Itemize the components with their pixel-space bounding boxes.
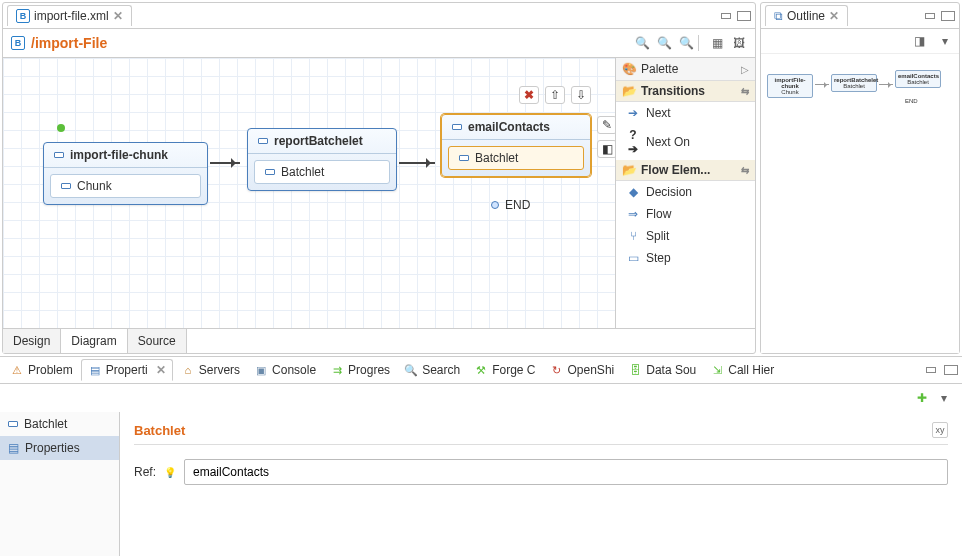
- node-child-chunk[interactable]: Chunk: [50, 174, 201, 198]
- export-icon[interactable]: 🖼: [731, 35, 747, 51]
- layout-icon[interactable]: ▦: [709, 35, 725, 51]
- folder-icon: 📂: [622, 84, 637, 98]
- close-icon[interactable]: ✕: [156, 363, 166, 377]
- breadcrumb-bar: B /import-File 🔍 🔍 🔍 ▦ 🖼: [3, 29, 755, 58]
- breadcrumb[interactable]: /import-File: [31, 35, 107, 51]
- edit-icon[interactable]: ✎: [597, 116, 615, 134]
- node-side-toolbar: ✎ ◧: [597, 116, 615, 158]
- xml-view-icon[interactable]: xy: [932, 422, 948, 438]
- outline-mode-icon[interactable]: ◨: [911, 33, 927, 49]
- chevron-right-icon[interactable]: ▷: [741, 64, 749, 75]
- lightbulb-icon[interactable]: 💡: [164, 467, 176, 478]
- palette-item-flow[interactable]: ⇒ Flow: [616, 203, 755, 225]
- servers-icon: ⌂: [181, 363, 195, 377]
- node-float-toolbar: ✖ ⇧ ⇩: [519, 86, 591, 104]
- view-tab-search[interactable]: 🔍 Search: [398, 360, 466, 380]
- diagram-canvas[interactable]: import-file-chunk Chunk reportBatchelet: [3, 58, 615, 328]
- tab-source[interactable]: Source: [128, 329, 187, 353]
- flow-icon: ⇒: [626, 207, 640, 221]
- properties-icon: ▤: [8, 441, 19, 455]
- outline-node[interactable]: emailContacts Batchlet: [895, 70, 941, 88]
- maximize-icon[interactable]: [944, 365, 958, 375]
- delete-icon[interactable]: ✖: [519, 86, 539, 104]
- sidebar-item-properties[interactable]: ▤ Properties: [0, 436, 119, 460]
- palette-item-next[interactable]: ➔ Next: [616, 102, 755, 124]
- port-icon: [452, 124, 462, 130]
- palette-item-decision[interactable]: ◆ Decision: [616, 181, 755, 203]
- port-icon: [459, 155, 469, 161]
- sidebar-item-batchlet[interactable]: Batchlet: [0, 412, 119, 436]
- zoom-fit-icon[interactable]: 🔍: [678, 35, 694, 51]
- outline-tabbar: ⧉ Outline ✕: [761, 3, 959, 29]
- node-email-contacts[interactable]: emailContacts Batchlet: [441, 114, 591, 177]
- collapse-icon[interactable]: ⇆: [741, 86, 749, 97]
- palette-group-flow-elements[interactable]: 📂 Flow Elem... ⇆: [616, 160, 755, 181]
- palette-header[interactable]: 🎨 Palette ▷: [616, 58, 755, 81]
- palette-item-step[interactable]: ▭ Step: [616, 247, 755, 269]
- arrow-connector[interactable]: [399, 162, 435, 164]
- node-title: import-file-chunk: [44, 143, 207, 168]
- palette-item-next-on[interactable]: ?➔ Next On: [616, 124, 755, 160]
- port-icon: [54, 152, 64, 158]
- view-tab-datasource[interactable]: 🗄 Data Sou: [622, 360, 702, 380]
- view-tab-servers[interactable]: ⌂ Servers: [175, 360, 246, 380]
- editor-tabbar: B import-file.xml ✕: [3, 3, 755, 29]
- new-property-icon[interactable]: ✚: [914, 390, 930, 406]
- properties-body: Batchlet ▤ Properties Batchlet xy Ref: 💡: [0, 412, 962, 556]
- zoom-in-icon[interactable]: 🔍: [634, 35, 650, 51]
- console-icon: ▣: [254, 363, 268, 377]
- tab-diagram[interactable]: Diagram: [61, 329, 127, 353]
- properties-sidebar: Batchlet ▤ Properties: [0, 412, 120, 556]
- chevron-down-icon[interactable]: ▾: [937, 33, 953, 49]
- split-icon: ⑂: [626, 229, 640, 243]
- view-tab-properties[interactable]: ▤ Properti ✕: [81, 359, 173, 381]
- step-icon: ▭: [626, 251, 640, 265]
- outline-node[interactable]: importFile-chunk Chunk: [767, 74, 813, 98]
- progress-icon: ⇉: [330, 363, 344, 377]
- outline-canvas[interactable]: importFile-chunk Chunk reportBatchelet B…: [761, 54, 959, 353]
- port-icon: [258, 138, 268, 144]
- minimize-icon[interactable]: [926, 367, 936, 373]
- chevron-down-icon[interactable]: ▾: [936, 390, 952, 406]
- collapse-icon[interactable]: ⇆: [741, 165, 749, 176]
- folder-icon: 📂: [622, 163, 637, 177]
- view-tab-problems[interactable]: ⚠ Problem: [4, 360, 79, 380]
- ref-input[interactable]: [184, 459, 948, 485]
- diamond-icon: ◆: [626, 185, 640, 199]
- close-icon[interactable]: ✕: [829, 9, 839, 23]
- maximize-icon[interactable]: [737, 11, 751, 21]
- palette-item-split[interactable]: ⑂ Split: [616, 225, 755, 247]
- editor-tab-import-file[interactable]: B import-file.xml ✕: [7, 5, 132, 26]
- move-down-icon[interactable]: ⇩: [571, 86, 591, 104]
- bottom-panel: ⚠ Problem ▤ Properti ✕ ⌂ Servers ▣ Conso…: [0, 356, 962, 556]
- view-tab-callhierarchy[interactable]: ⇲ Call Hier: [704, 360, 780, 380]
- node-import-file-chunk[interactable]: import-file-chunk Chunk: [43, 142, 208, 205]
- view-tab-console[interactable]: ▣ Console: [248, 360, 322, 380]
- node-child-batchlet[interactable]: Batchlet: [254, 160, 390, 184]
- outline-node[interactable]: reportBatchelet Batchlet: [831, 74, 877, 92]
- minimize-icon[interactable]: [721, 13, 731, 19]
- node-title: emailContacts: [442, 115, 590, 140]
- outline-end: END: [905, 98, 918, 104]
- move-up-icon[interactable]: ⇧: [545, 86, 565, 104]
- palette-icon: 🎨: [622, 62, 637, 76]
- editor-mode-tabs: Design Diagram Source: [3, 328, 755, 353]
- port-icon: [265, 169, 275, 175]
- node-report-batchelet[interactable]: reportBatchelet Batchlet: [247, 128, 397, 191]
- close-icon[interactable]: ✕: [113, 9, 123, 23]
- palette-group-transitions[interactable]: 📂 Transitions ⇆: [616, 81, 755, 102]
- minimize-icon[interactable]: [925, 13, 935, 19]
- highlight-icon[interactable]: ◧: [597, 140, 615, 158]
- view-tab-openshift[interactable]: ↻ OpenShi: [544, 360, 621, 380]
- tab-design[interactable]: Design: [3, 329, 61, 353]
- zoom-out-icon[interactable]: 🔍: [656, 35, 672, 51]
- arrow-connector[interactable]: [210, 162, 240, 164]
- view-tab-forge[interactable]: ⚒ Forge C: [468, 360, 541, 380]
- view-tab-progress[interactable]: ⇉ Progres: [324, 360, 396, 380]
- maximize-icon[interactable]: [941, 11, 955, 21]
- properties-title: Batchlet: [134, 423, 185, 438]
- outline-pane: ⧉ Outline ✕ ◨ ▾ importFile-chunk Chunk: [760, 2, 960, 354]
- node-child-batchlet-selected[interactable]: Batchlet: [448, 146, 584, 170]
- forge-icon: ⚒: [474, 363, 488, 377]
- outline-tab[interactable]: ⧉ Outline ✕: [765, 5, 848, 26]
